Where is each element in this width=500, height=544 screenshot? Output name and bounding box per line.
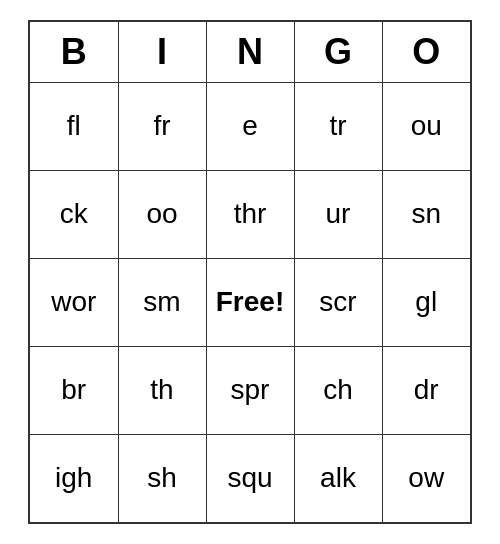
bingo-cell-r0-c0: fl: [30, 82, 118, 170]
bingo-cell-r2-c1: sm: [118, 258, 206, 346]
header-col-g: G: [294, 22, 382, 82]
bingo-cell-r1-c1: oo: [118, 170, 206, 258]
bingo-cell-r1-c0: ck: [30, 170, 118, 258]
bingo-cell-r0-c1: fr: [118, 82, 206, 170]
bingo-cell-r2-c2: Free!: [206, 258, 294, 346]
bingo-cell-r3-c1: th: [118, 346, 206, 434]
header-col-o: O: [382, 22, 470, 82]
bingo-card: BINGO flfretrouckoothrursnworsmFree!scrg…: [28, 20, 472, 524]
bingo-cell-r1-c4: sn: [382, 170, 470, 258]
bingo-row-1: ckoothrursn: [30, 170, 470, 258]
bingo-cell-r0-c4: ou: [382, 82, 470, 170]
bingo-cell-r2-c3: scr: [294, 258, 382, 346]
header-col-i: I: [118, 22, 206, 82]
bingo-cell-r4-c1: sh: [118, 434, 206, 522]
bingo-cell-r3-c2: spr: [206, 346, 294, 434]
bingo-row-3: brthsprchdr: [30, 346, 470, 434]
header-col-n: N: [206, 22, 294, 82]
bingo-cell-r3-c4: dr: [382, 346, 470, 434]
header-col-b: B: [30, 22, 118, 82]
bingo-cell-r3-c3: ch: [294, 346, 382, 434]
bingo-cell-r0-c2: e: [206, 82, 294, 170]
bingo-cell-r4-c0: igh: [30, 434, 118, 522]
bingo-cell-r0-c3: tr: [294, 82, 382, 170]
bingo-cell-r1-c2: thr: [206, 170, 294, 258]
bingo-cell-r4-c2: squ: [206, 434, 294, 522]
bingo-cell-r4-c3: alk: [294, 434, 382, 522]
bingo-row-0: flfretrou: [30, 82, 470, 170]
header-row: BINGO: [30, 22, 470, 82]
bingo-row-4: ighshsqualkow: [30, 434, 470, 522]
bingo-table: BINGO flfretrouckoothrursnworsmFree!scrg…: [30, 22, 470, 522]
bingo-cell-r4-c4: ow: [382, 434, 470, 522]
bingo-cell-r1-c3: ur: [294, 170, 382, 258]
bingo-cell-r2-c0: wor: [30, 258, 118, 346]
bingo-cell-r2-c4: gl: [382, 258, 470, 346]
bingo-cell-r3-c0: br: [30, 346, 118, 434]
bingo-row-2: worsmFree!scrgl: [30, 258, 470, 346]
